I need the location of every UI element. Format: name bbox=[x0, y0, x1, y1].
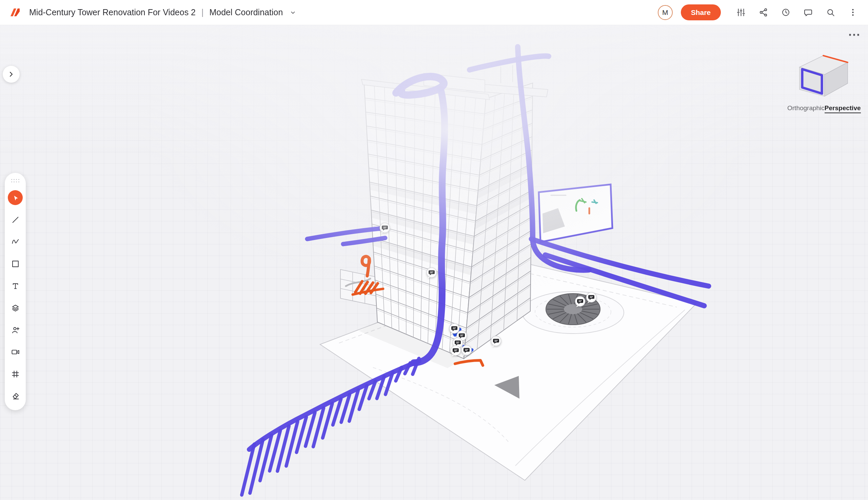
layers-icon bbox=[11, 303, 20, 312]
avatar[interactable]: M bbox=[658, 5, 673, 20]
perspective-toggle[interactable]: Perspective bbox=[825, 104, 861, 113]
video-tool-button[interactable] bbox=[8, 344, 23, 359]
ink-comb-hatches[interactable] bbox=[242, 358, 419, 495]
canvas-more-button[interactable]: ⋯ bbox=[848, 29, 861, 41]
model-canvas[interactable]: Orthographic Perspective ⋯ bbox=[0, 25, 868, 500]
settings-sliders-icon[interactable] bbox=[734, 5, 748, 20]
tower-model bbox=[361, 65, 548, 359]
app-logo-icon[interactable] bbox=[8, 5, 22, 20]
freehand-tool-button[interactable] bbox=[8, 234, 23, 249]
title-separator: | bbox=[201, 8, 204, 17]
frame-icon bbox=[11, 370, 20, 379]
squiggle-icon bbox=[11, 237, 20, 247]
comments-icon[interactable] bbox=[801, 5, 815, 20]
ink-roof-scribble[interactable] bbox=[396, 77, 444, 95]
video-camera-icon bbox=[11, 348, 20, 356]
layers-tool-button[interactable] bbox=[8, 300, 23, 315]
eraser-icon bbox=[11, 391, 20, 401]
document-title[interactable]: Mid-Century Tower Renovation For Videos … bbox=[29, 8, 297, 17]
project-title: Mid-Century Tower Renovation For Videos … bbox=[29, 8, 196, 17]
add-collaborator-tool-button[interactable] bbox=[8, 322, 23, 337]
toolbar-drag-handle[interactable] bbox=[11, 178, 20, 183]
share-button[interactable]: Share bbox=[681, 4, 721, 20]
cursor-icon bbox=[11, 193, 20, 202]
view-cube-widget: Orthographic Perspective bbox=[787, 49, 860, 113]
expand-panel-button[interactable] bbox=[3, 66, 20, 83]
header-right: M Share bbox=[658, 4, 860, 20]
top-bar: Mid-Century Tower Renovation For Videos … bbox=[0, 0, 868, 25]
ink-top-horizontal[interactable] bbox=[470, 56, 549, 70]
image-billboard[interactable] bbox=[539, 184, 612, 242]
text-tool-button[interactable] bbox=[8, 278, 23, 293]
chevron-right-icon bbox=[10, 72, 12, 76]
line-tool-button[interactable] bbox=[8, 212, 23, 227]
spiral-pavilion bbox=[522, 292, 624, 333]
avatar-initial: M bbox=[662, 9, 668, 16]
header-left: Mid-Century Tower Renovation For Videos … bbox=[8, 5, 297, 20]
more-options-kebab-icon[interactable] bbox=[846, 5, 860, 20]
ink-orange-nine[interactable] bbox=[362, 256, 370, 276]
orthographic-toggle[interactable]: Orthographic bbox=[787, 104, 825, 112]
eraser-tool-button[interactable] bbox=[8, 388, 23, 404]
view-cube[interactable] bbox=[793, 49, 853, 101]
rectangle-icon bbox=[11, 259, 20, 269]
search-icon[interactable] bbox=[823, 5, 837, 20]
line-icon bbox=[11, 215, 20, 224]
ink-left-line-1[interactable] bbox=[307, 228, 381, 239]
text-icon bbox=[11, 281, 20, 291]
rectangle-tool-button[interactable] bbox=[8, 256, 23, 271]
frame-tool-button[interactable] bbox=[8, 366, 23, 382]
chevron-down-icon[interactable] bbox=[289, 9, 297, 16]
drawing-toolbar bbox=[5, 173, 26, 410]
view-subtitle: Model Coordination bbox=[209, 8, 283, 17]
person-add-icon bbox=[11, 326, 20, 334]
share-nodes-icon[interactable] bbox=[756, 5, 770, 20]
scene-canvas[interactable] bbox=[0, 25, 868, 500]
select-tool-button[interactable] bbox=[8, 190, 23, 205]
history-clock-icon[interactable] bbox=[778, 5, 793, 20]
